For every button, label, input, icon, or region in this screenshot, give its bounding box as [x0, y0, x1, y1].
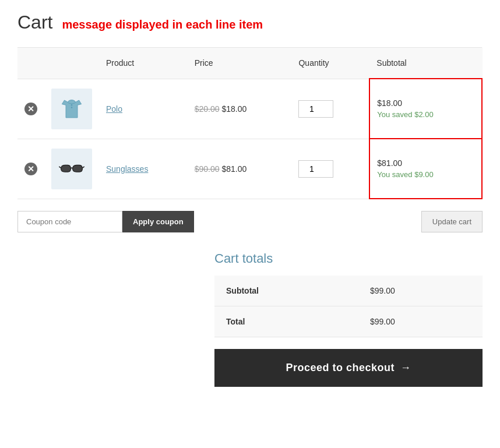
sunglasses-original-price: $90.00: [195, 164, 220, 174]
table-row: ✕ Polo $20.00 $18.00: [17, 79, 482, 139]
polo-subtotal-cell: $18.00 You saved $2.00: [369, 79, 482, 139]
total-label: Total: [214, 306, 358, 337]
sunglasses-product-link[interactable]: Sunglasses: [106, 164, 148, 174]
close-icon: ✕: [24, 163, 37, 175]
table-row: ✕ Sunglasses $90.: [17, 139, 482, 199]
polo-quantity-cell: [291, 79, 369, 139]
close-icon: ✕: [24, 103, 37, 115]
product-name-cell: Polo: [99, 79, 188, 139]
svg-point-1: [71, 107, 73, 108]
sunglasses-quantity-cell: [291, 139, 369, 199]
remove-cell: ✕: [17, 139, 44, 199]
total-row: Total $99.00: [214, 306, 483, 337]
sunglasses-icon: [57, 154, 86, 184]
svg-line-4: [82, 166, 84, 168]
product-image-sunglasses: [51, 149, 92, 189]
update-cart-button[interactable]: Update cart: [421, 211, 483, 232]
remove-cell: ✕: [17, 79, 44, 139]
polo-subtotal-amount: $18.00: [377, 98, 474, 108]
product-image-polo: [51, 89, 92, 129]
sunglasses-subtotal-amount: $81.00: [377, 158, 474, 168]
sunglasses-subtotal-cell: $81.00 You saved $9.00: [369, 139, 482, 199]
col-remove-header: [17, 48, 44, 79]
sunglasses-price-cell: $90.00 $81.00: [188, 139, 292, 199]
polo-quantity-input[interactable]: [298, 100, 333, 118]
header-message: message displayed in each line item: [62, 18, 263, 31]
polo-original-price: $20.00: [195, 104, 220, 114]
svg-point-0: [71, 104, 73, 106]
remove-polo-button[interactable]: ✕: [24, 103, 37, 115]
polo-product-link[interactable]: Polo: [106, 104, 122, 114]
total-value: $99.00: [358, 306, 483, 337]
checkout-button[interactable]: Proceed to checkout→: [214, 349, 483, 387]
cart-totals-section: Cart totals Subtotal $99.00 Total $99.00…: [214, 251, 483, 387]
cart-totals-title: Cart totals: [214, 251, 483, 266]
product-image-cell: [44, 79, 99, 139]
polo-price-cell: $20.00 $18.00: [188, 79, 292, 139]
product-name-cell: Sunglasses: [99, 139, 188, 199]
remove-sunglasses-button[interactable]: ✕: [24, 163, 37, 175]
svg-line-3: [59, 166, 61, 168]
product-image-cell: [44, 139, 99, 199]
checkout-arrow: →: [400, 362, 411, 373]
subtotal-row: Subtotal $99.00: [214, 276, 483, 306]
sunglasses-quantity-input[interactable]: [298, 160, 333, 178]
polo-shirt-icon: [57, 94, 86, 124]
page-header: Cart message displayed in each line item: [17, 12, 483, 33]
col-price-header: Price: [188, 48, 292, 79]
coupon-area: Apply coupon: [17, 211, 194, 232]
totals-table: Subtotal $99.00 Total $99.00: [214, 276, 483, 337]
sunglasses-savings-text: You saved $9.00: [377, 170, 474, 179]
col-image-header: [44, 48, 99, 79]
polo-savings-text: You saved $2.00: [377, 110, 474, 119]
subtotal-value: $99.00: [358, 276, 483, 306]
cart-table: Product Price Quantity Subtotal ✕: [17, 47, 483, 199]
polo-sale-price: $18.00: [221, 104, 247, 114]
sunglasses-sale-price: $81.00: [221, 164, 247, 174]
cart-actions: Apply coupon Update cart: [17, 211, 483, 232]
subtotal-label: Subtotal: [214, 276, 358, 306]
col-quantity-header: Quantity: [291, 48, 369, 79]
checkout-label: Proceed to checkout: [286, 362, 395, 373]
col-subtotal-header: Subtotal: [369, 48, 482, 79]
col-product-header: Product: [99, 48, 188, 79]
page-title: Cart: [17, 12, 52, 33]
apply-coupon-button[interactable]: Apply coupon: [122, 211, 194, 232]
coupon-input[interactable]: [17, 211, 122, 232]
